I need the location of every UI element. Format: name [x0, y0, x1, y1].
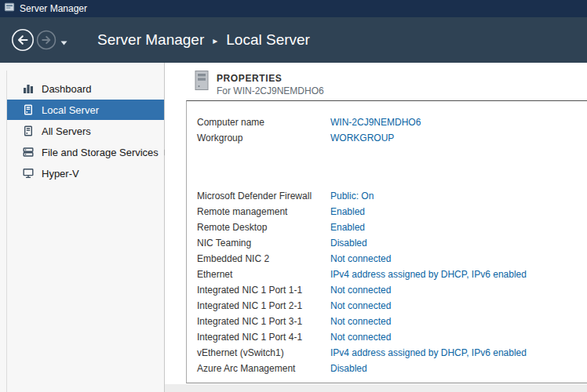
sidebar-item-label: Local Server [42, 104, 99, 116]
sidebar-item-label: Dashboard [42, 83, 92, 95]
property-row: Workgroup WORKGROUP [197, 130, 587, 146]
property-row: Embedded NIC 2 Not connected [197, 251, 587, 267]
property-value-link[interactable]: IPv4 address assigned by DHCP, IPv6 enab… [330, 269, 527, 280]
property-label: Ethernet [197, 269, 330, 280]
nav-pane: Dashboard Local Server All Servers File … [0, 63, 165, 392]
server-icon [22, 103, 35, 116]
property-label: Workgroup [197, 132, 330, 143]
property-row: Azure Arc Management Disabled [197, 361, 587, 376]
properties-group-spacer [197, 146, 587, 188]
nav-history-dropdown-icon[interactable] [60, 34, 67, 49]
property-row: Computer name WIN-2CJ9NEMDHO6 [197, 114, 587, 130]
properties-tile-subtitle: For WIN-2CJ9NEMDHO6 [217, 85, 324, 96]
nav-buttons [11, 28, 67, 52]
sidebar-item-all-servers[interactable]: All Servers [0, 121, 164, 141]
property-label: Integrated NIC 1 Port 1-1 [197, 285, 330, 296]
property-label: Integrated NIC 1 Port 3-1 [197, 316, 330, 327]
property-value-link[interactable]: Disabled [330, 363, 367, 374]
sidebar-item-hyper-v[interactable]: Hyper-V [0, 163, 164, 183]
property-value-link[interactable]: WIN-2CJ9NEMDHO6 [330, 117, 421, 128]
navigation-header: Server Manager ▸ Local Server [0, 17, 587, 63]
breadcrumb: Server Manager ▸ Local Server [97, 31, 310, 49]
property-row: Integrated NIC 1 Port 3-1 Not connected [197, 314, 587, 329]
property-label: Azure Arc Management [197, 363, 330, 374]
property-label: Remote Desktop [197, 222, 330, 233]
property-value-link[interactable]: Public: On [330, 191, 374, 201]
sidebar-item-label: File and Storage Services [42, 147, 159, 158]
window-title: Server Manager [20, 3, 87, 14]
property-label: Integrated NIC 1 Port 2-1 [197, 300, 330, 311]
property-row: Integrated NIC 1 Port 4-1 Not connected [197, 329, 587, 345]
content-footer-strip [165, 384, 587, 392]
property-label: NIC Teaming [197, 238, 330, 249]
back-button[interactable] [11, 28, 35, 52]
content-pane: PROPERTIES For WIN-2CJ9NEMDHO6 Computer … [165, 63, 587, 392]
property-row: Integrated NIC 1 Port 1-1 Not connected [197, 282, 587, 298]
property-label: Embedded NIC 2 [197, 253, 330, 264]
property-label: Integrated NIC 1 Port 4-1 [197, 332, 330, 343]
dashboard-icon [22, 82, 35, 95]
sidebar-item-file-storage-services[interactable]: File and Storage Services [0, 142, 164, 162]
property-row: Integrated NIC 1 Port 2-1 Not connected [197, 298, 587, 314]
property-row: Remote management Enabled [197, 204, 587, 220]
property-value-link[interactable]: Not connected [330, 300, 391, 311]
servers-icon [22, 125, 35, 137]
sidebar-item-local-server[interactable]: Local Server [7, 100, 164, 120]
property-value-link[interactable]: Not connected [330, 332, 391, 343]
property-row: Microsoft Defender Firewall Public: On [197, 188, 587, 204]
properties-group-identity: Computer name WIN-2CJ9NEMDHO6 Workgroup … [197, 114, 587, 146]
property-value-link[interactable]: Enabled [330, 222, 365, 233]
monitor-icon [22, 167, 35, 180]
breadcrumb-separator-icon: ▸ [213, 35, 217, 46]
window-titlebar: Server Manager [0, 0, 587, 17]
server-manager-window: Server Manager Server Manager ▸ Local Se… [0, 0, 587, 392]
breadcrumb-server-manager[interactable]: Server Manager [97, 31, 204, 49]
property-value-link[interactable]: Enabled [330, 206, 365, 217]
sidebar-item-label: All Servers [42, 125, 91, 137]
forward-button[interactable] [36, 30, 57, 50]
disk-stack-icon [22, 146, 35, 158]
property-label: Computer name [197, 117, 330, 128]
property-row: Ethernet IPv4 address assigned by DHCP, … [197, 267, 587, 282]
server-manager-app-icon [4, 2, 15, 16]
property-value-link[interactable]: Not connected [330, 285, 391, 296]
property-label: Remote management [197, 206, 330, 217]
property-value-link[interactable]: WORKGROUP [330, 132, 394, 143]
property-label: vEthernet (vSwitch1) [197, 347, 330, 358]
sidebar-item-dashboard[interactable]: Dashboard [0, 78, 164, 99]
window-body: Dashboard Local Server All Servers File … [0, 63, 587, 392]
properties-tile-icon [193, 70, 210, 95]
property-row: vEthernet (vSwitch1) IPv4 address assign… [197, 345, 587, 361]
property-value-link[interactable]: Not connected [330, 253, 391, 264]
property-value-link[interactable]: Not connected [330, 316, 391, 327]
property-row: Remote Desktop Enabled [197, 220, 587, 235]
property-row: NIC Teaming Disabled [197, 235, 587, 251]
sidebar-item-label: Hyper-V [42, 168, 79, 180]
breadcrumb-local-server[interactable]: Local Server [226, 31, 310, 49]
properties-tile-title: PROPERTIES [217, 73, 282, 84]
property-label: Microsoft Defender Firewall [197, 191, 330, 201]
property-value-link[interactable]: Disabled [330, 238, 367, 249]
properties-group-network: Microsoft Defender Firewall Public: On R… [197, 188, 587, 376]
property-value-link[interactable]: IPv4 address assigned by DHCP, IPv6 enab… [330, 347, 527, 358]
properties-panel: Computer name WIN-2CJ9NEMDHO6 Workgroup … [186, 100, 587, 383]
